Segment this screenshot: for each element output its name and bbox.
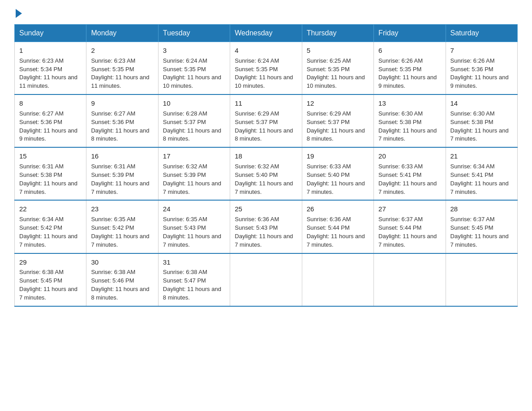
week-row: 1Sunrise: 6:23 AMSunset: 5:34 PMDaylight… <box>15 42 518 95</box>
day-info: Sunrise: 6:33 AMSunset: 5:40 PMDaylight:… <box>307 163 369 196</box>
day-cell: 29Sunrise: 6:38 AMSunset: 5:45 PMDayligh… <box>15 253 86 306</box>
day-info: Sunrise: 6:26 AMSunset: 5:35 PMDaylight:… <box>378 57 441 90</box>
day-number: 23 <box>91 204 153 214</box>
day-cell: 14Sunrise: 6:30 AMSunset: 5:38 PMDayligh… <box>446 94 517 147</box>
day-info: Sunrise: 6:35 AMSunset: 5:42 PMDaylight:… <box>91 215 153 249</box>
day-info: Sunrise: 6:35 AMSunset: 5:43 PMDaylight:… <box>163 215 225 249</box>
day-cell: 9Sunrise: 6:27 AMSunset: 5:36 PMDaylight… <box>86 94 158 147</box>
day-number: 21 <box>450 151 513 161</box>
day-info: Sunrise: 6:37 AMSunset: 5:44 PMDaylight:… <box>378 215 441 249</box>
day-info: Sunrise: 6:38 AMSunset: 5:45 PMDaylight:… <box>19 268 82 302</box>
day-number: 10 <box>163 98 225 108</box>
day-info: Sunrise: 6:32 AMSunset: 5:39 PMDaylight:… <box>163 163 225 196</box>
day-info: Sunrise: 6:23 AMSunset: 5:34 PMDaylight:… <box>19 57 82 90</box>
day-info: Sunrise: 6:25 AMSunset: 5:35 PMDaylight:… <box>307 57 369 90</box>
day-number: 22 <box>19 204 82 214</box>
day-info: Sunrise: 6:34 AMSunset: 5:42 PMDaylight:… <box>19 215 82 249</box>
day-number: 31 <box>163 257 225 267</box>
day-number: 17 <box>163 151 225 161</box>
day-number: 27 <box>378 204 441 214</box>
day-cell: 27Sunrise: 6:37 AMSunset: 5:44 PMDayligh… <box>374 200 446 253</box>
day-number: 25 <box>235 204 297 214</box>
day-info: Sunrise: 6:24 AMSunset: 5:35 PMDaylight:… <box>235 57 297 90</box>
day-number: 7 <box>450 46 513 56</box>
calendar-table: SundayMondayTuesdayWednesdayThursdayFrid… <box>14 24 518 307</box>
day-info: Sunrise: 6:26 AMSunset: 5:36 PMDaylight:… <box>450 57 513 90</box>
logo-triangle-icon <box>16 9 22 18</box>
day-cell: 21Sunrise: 6:34 AMSunset: 5:41 PMDayligh… <box>446 147 517 200</box>
day-cell: 16Sunrise: 6:31 AMSunset: 5:39 PMDayligh… <box>86 147 158 200</box>
day-info: Sunrise: 6:27 AMSunset: 5:36 PMDaylight:… <box>91 110 153 143</box>
day-cell: 2Sunrise: 6:23 AMSunset: 5:35 PMDaylight… <box>86 42 158 95</box>
day-info: Sunrise: 6:36 AMSunset: 5:43 PMDaylight:… <box>235 215 297 249</box>
day-cell: 11Sunrise: 6:29 AMSunset: 5:37 PMDayligh… <box>230 94 302 147</box>
day-cell: 20Sunrise: 6:33 AMSunset: 5:41 PMDayligh… <box>374 147 446 200</box>
day-cell: 24Sunrise: 6:35 AMSunset: 5:43 PMDayligh… <box>158 200 230 253</box>
day-cell <box>374 253 446 306</box>
week-row: 22Sunrise: 6:34 AMSunset: 5:42 PMDayligh… <box>15 200 518 253</box>
header-cell-wednesday: Wednesday <box>230 25 302 42</box>
header-cell-friday: Friday <box>374 25 446 42</box>
header-cell-sunday: Sunday <box>15 25 86 42</box>
day-cell: 23Sunrise: 6:35 AMSunset: 5:42 PMDayligh… <box>86 200 158 253</box>
day-number: 15 <box>19 151 82 161</box>
day-cell: 7Sunrise: 6:26 AMSunset: 5:36 PMDaylight… <box>446 42 517 95</box>
day-info: Sunrise: 6:32 AMSunset: 5:40 PMDaylight:… <box>235 163 297 196</box>
day-number: 8 <box>19 98 82 108</box>
header-cell-thursday: Thursday <box>302 25 373 42</box>
day-info: Sunrise: 6:30 AMSunset: 5:38 PMDaylight:… <box>378 110 441 143</box>
day-cell: 28Sunrise: 6:37 AMSunset: 5:45 PMDayligh… <box>446 200 517 253</box>
day-info: Sunrise: 6:27 AMSunset: 5:36 PMDaylight:… <box>19 110 82 143</box>
day-cell: 31Sunrise: 6:38 AMSunset: 5:47 PMDayligh… <box>158 253 230 306</box>
day-cell: 4Sunrise: 6:24 AMSunset: 5:35 PMDaylight… <box>230 42 302 95</box>
page-header <box>14 11 518 16</box>
day-cell <box>302 253 373 306</box>
day-number: 13 <box>378 98 441 108</box>
day-number: 6 <box>378 46 441 56</box>
day-number: 14 <box>450 98 513 108</box>
day-cell: 8Sunrise: 6:27 AMSunset: 5:36 PMDaylight… <box>15 94 86 147</box>
day-cell: 30Sunrise: 6:38 AMSunset: 5:46 PMDayligh… <box>86 253 158 306</box>
day-info: Sunrise: 6:37 AMSunset: 5:45 PMDaylight:… <box>450 215 513 249</box>
day-number: 18 <box>235 151 297 161</box>
day-number: 28 <box>450 204 513 214</box>
day-cell: 17Sunrise: 6:32 AMSunset: 5:39 PMDayligh… <box>158 147 230 200</box>
day-number: 11 <box>235 98 297 108</box>
day-number: 5 <box>307 46 369 56</box>
week-row: 15Sunrise: 6:31 AMSunset: 5:38 PMDayligh… <box>15 147 518 200</box>
header-cell-monday: Monday <box>86 25 158 42</box>
day-cell: 18Sunrise: 6:32 AMSunset: 5:40 PMDayligh… <box>230 147 302 200</box>
day-cell <box>230 253 302 306</box>
day-info: Sunrise: 6:29 AMSunset: 5:37 PMDaylight:… <box>307 110 369 143</box>
day-info: Sunrise: 6:33 AMSunset: 5:41 PMDaylight:… <box>378 163 441 196</box>
calendar-body: 1Sunrise: 6:23 AMSunset: 5:34 PMDaylight… <box>15 42 518 306</box>
day-cell: 6Sunrise: 6:26 AMSunset: 5:35 PMDaylight… <box>374 42 446 95</box>
day-info: Sunrise: 6:28 AMSunset: 5:37 PMDaylight:… <box>163 110 225 143</box>
day-cell: 5Sunrise: 6:25 AMSunset: 5:35 PMDaylight… <box>302 42 373 95</box>
header-row: SundayMondayTuesdayWednesdayThursdayFrid… <box>15 25 518 42</box>
day-info: Sunrise: 6:36 AMSunset: 5:44 PMDaylight:… <box>307 215 369 249</box>
day-number: 19 <box>307 151 369 161</box>
day-number: 12 <box>307 98 369 108</box>
day-number: 3 <box>163 46 225 56</box>
day-cell: 25Sunrise: 6:36 AMSunset: 5:43 PMDayligh… <box>230 200 302 253</box>
day-cell: 15Sunrise: 6:31 AMSunset: 5:38 PMDayligh… <box>15 147 86 200</box>
day-info: Sunrise: 6:31 AMSunset: 5:38 PMDaylight:… <box>19 163 82 196</box>
day-number: 2 <box>91 46 153 56</box>
day-number: 16 <box>91 151 153 161</box>
day-cell: 13Sunrise: 6:30 AMSunset: 5:38 PMDayligh… <box>374 94 446 147</box>
day-info: Sunrise: 6:31 AMSunset: 5:39 PMDaylight:… <box>91 163 153 196</box>
day-number: 20 <box>378 151 441 161</box>
day-cell: 12Sunrise: 6:29 AMSunset: 5:37 PMDayligh… <box>302 94 373 147</box>
day-cell: 1Sunrise: 6:23 AMSunset: 5:34 PMDaylight… <box>15 42 86 95</box>
day-number: 29 <box>19 257 82 267</box>
day-info: Sunrise: 6:30 AMSunset: 5:38 PMDaylight:… <box>450 110 513 143</box>
week-row: 8Sunrise: 6:27 AMSunset: 5:36 PMDaylight… <box>15 94 518 147</box>
day-info: Sunrise: 6:23 AMSunset: 5:35 PMDaylight:… <box>91 57 153 90</box>
day-info: Sunrise: 6:24 AMSunset: 5:35 PMDaylight:… <box>163 57 225 90</box>
header-cell-saturday: Saturday <box>446 25 517 42</box>
day-cell: 19Sunrise: 6:33 AMSunset: 5:40 PMDayligh… <box>302 147 373 200</box>
day-number: 9 <box>91 98 153 108</box>
day-cell: 10Sunrise: 6:28 AMSunset: 5:37 PMDayligh… <box>158 94 230 147</box>
day-number: 24 <box>163 204 225 214</box>
